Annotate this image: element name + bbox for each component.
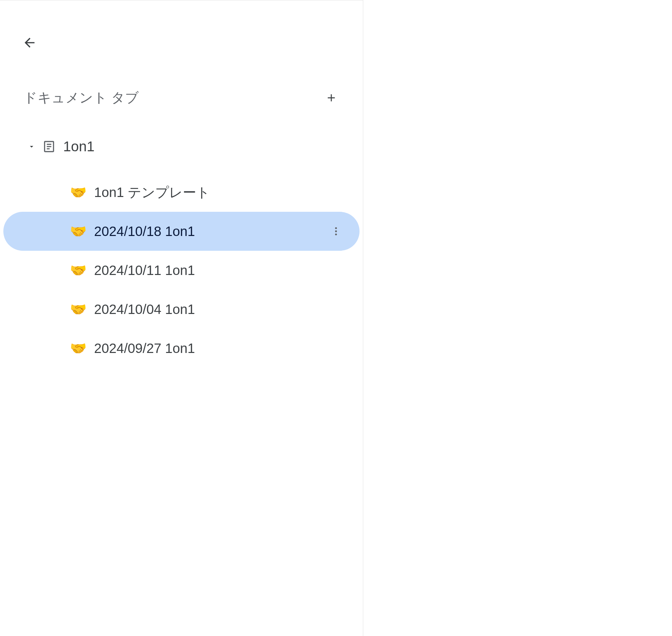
caret-down-icon: [27, 142, 36, 151]
tree-child-label: 1on1 テンプレート: [94, 183, 210, 202]
tree-child-label: 2024/10/04 1on1: [94, 302, 195, 317]
tab-more-button[interactable]: [328, 223, 344, 239]
plus-icon: [325, 92, 337, 104]
tree-parent-1on1[interactable]: 1on1: [0, 134, 363, 159]
tree-child-tab[interactable]: 🤝2024/10/18 1on1: [3, 212, 360, 251]
tree-child-tab[interactable]: 🤝2024/09/27 1on1: [3, 329, 360, 368]
section-header: ドキュメント タブ: [0, 88, 363, 107]
section-title: ドキュメント タブ: [23, 88, 139, 107]
add-tab-button[interactable]: [323, 90, 339, 106]
tree-child-tab[interactable]: 🤝1on1 テンプレート: [3, 173, 360, 212]
more-vert-icon: [331, 226, 341, 237]
handshake-icon: 🤝: [70, 185, 86, 199]
tree-parent-label: 1on1: [63, 139, 95, 155]
tree-child-tab[interactable]: 🤝2024/10/11 1on1: [3, 251, 360, 290]
document-icon: [42, 140, 56, 153]
tree-child-tab[interactable]: 🤝2024/10/04 1on1: [3, 290, 360, 329]
back-button[interactable]: [21, 35, 38, 51]
handshake-icon: 🤝: [70, 341, 86, 355]
tabs-tree: 1on1 🤝1on1 テンプレート🤝2024/10/18 1on1🤝2024/1…: [0, 134, 363, 368]
handshake-icon: 🤝: [70, 263, 86, 277]
sidebar-divider: [363, 0, 363, 636]
tree-children: 🤝1on1 テンプレート🤝2024/10/18 1on1🤝2024/10/11 …: [0, 173, 363, 368]
svg-point-5: [335, 230, 337, 232]
svg-point-4: [335, 227, 337, 229]
svg-point-6: [335, 234, 337, 235]
tree-child-label: 2024/10/11 1on1: [94, 263, 195, 278]
document-tabs-sidebar: ドキュメント タブ 1on1: [0, 0, 363, 636]
tree-child-label: 2024/10/18 1on1: [94, 224, 195, 239]
handshake-icon: 🤝: [70, 302, 86, 316]
handshake-icon: 🤝: [70, 224, 86, 238]
arrow-left-icon: [22, 35, 37, 50]
tree-child-label: 2024/09/27 1on1: [94, 341, 195, 356]
